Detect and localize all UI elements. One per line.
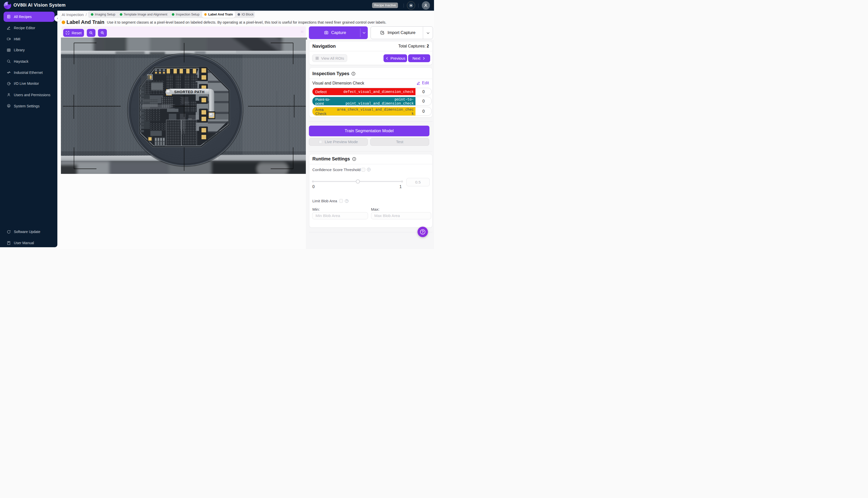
svg-text:SHORTED PATH: SHORTED PATH <box>174 90 204 94</box>
svg-text:S6B: S6B <box>188 118 192 120</box>
